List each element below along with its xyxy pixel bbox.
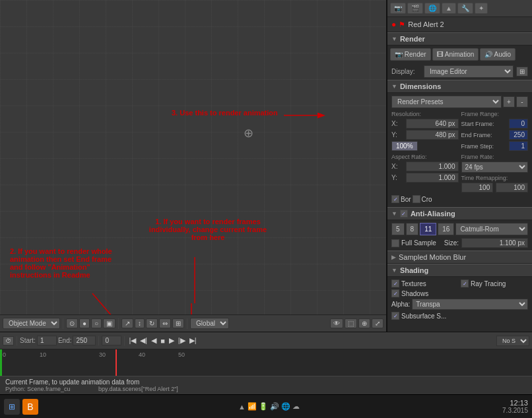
dimensions-section-header[interactable]: ▼ Dimensions — [387, 80, 532, 93]
framerate-select[interactable]: 24 fps — [461, 162, 529, 173]
scale-btn[interactable]: ⇔ — [159, 318, 171, 328]
viewport[interactable]: ⊕ 3. Use this to r — [0, 0, 387, 332]
time-remap-new[interactable]: 100 — [496, 183, 528, 193]
end-frame-value[interactable]: 250 — [509, 130, 529, 140]
clock-time: 12:13 — [510, 399, 528, 407]
mode-select[interactable]: Object Mode — [3, 318, 60, 329]
audio-button[interactable]: 🔊 Audio — [480, 48, 515, 61]
resolution-label: Resolution: — [391, 111, 459, 117]
size-value[interactable]: 1.100 px — [461, 238, 528, 248]
frame-step-label: Frame Step: — [461, 143, 508, 150]
resolution-col: Resolution: X: 640 px Y: 480 px 100% — [391, 111, 459, 152]
subsurface-checkbox[interactable]: ✓ — [391, 312, 399, 320]
view-btn[interactable]: 👁 — [330, 318, 343, 328]
aspect-y-value[interactable]: 1.000 — [406, 173, 459, 183]
aspect-x-value[interactable]: 1.000 — [406, 162, 459, 171]
shading-title: Shading — [400, 266, 428, 274]
scene-icon-btn[interactable]: 🎬 — [407, 3, 423, 14]
particles-icon-btn[interactable]: ✦ — [475, 3, 488, 14]
scene-marker: ⚑ — [399, 20, 405, 29]
aa-checkbox[interactable]: ✓ — [400, 210, 408, 218]
blender-taskbar-icon[interactable]: B — [22, 399, 38, 415]
system-tray: ▲ 📶 🔋 🔊 🌐 ☁ — [238, 402, 300, 411]
end-input[interactable]: 250 — [73, 336, 96, 345]
select-btn[interactable]: ↗ — [121, 318, 133, 328]
bor-cro-row: ✓ Bor Cro — [391, 195, 528, 203]
volume-icon[interactable]: 🔊 — [270, 402, 279, 411]
aa-5-btn[interactable]: 5 — [391, 223, 405, 235]
aa-16-btn[interactable]: 16 — [438, 223, 454, 235]
aa-section-header[interactable]: ▼ ✓ Anti-Aliasing — [387, 207, 532, 220]
res-y-label: Y: — [391, 131, 405, 138]
aa-11-btn[interactable]: 11 — [420, 223, 436, 235]
orientation-select[interactable]: Global — [190, 318, 229, 329]
aa-method-select[interactable]: Catmull-Rom — [455, 223, 528, 235]
wire-btn[interactable]: ○ — [91, 318, 102, 328]
battery-icon[interactable]: 🔋 — [259, 402, 268, 411]
presets-remove-btn[interactable]: - — [516, 96, 528, 107]
textures-label: Textures — [401, 280, 426, 287]
display-select[interactable]: Image Editor — [424, 65, 514, 78]
animation-button[interactable]: 🎞 Animation — [432, 48, 479, 61]
cloud-icon[interactable]: ☁ — [292, 402, 300, 411]
timeline-toolbar: ⏱ Start: 1 End: 250 0 |◀ ◀| ◀ ■ ▶ |▶ ▶| … — [0, 332, 532, 349]
frame-step-value[interactable]: 1 — [509, 141, 529, 151]
percent-100-btn[interactable]: 100% — [391, 141, 418, 151]
framerate-col: Frame Rate: 24 fps Time Remapping: 100 1… — [461, 154, 529, 194]
shadows-checkbox[interactable]: ✓ — [391, 289, 399, 297]
textures-checkbox[interactable]: ✓ — [391, 280, 399, 287]
render-button[interactable]: 📷 Render — [390, 48, 431, 61]
signal-icon[interactable]: 📶 — [248, 402, 257, 411]
sync-select[interactable]: No Sy — [496, 336, 529, 346]
alpha-select[interactable]: Transpa — [412, 299, 528, 310]
object-icon-btn[interactable]: ▲ — [442, 3, 456, 14]
view-circle-btn[interactable]: ⊙ — [66, 318, 78, 328]
solid-btn[interactable]: ● — [79, 318, 90, 328]
aa-8-btn[interactable]: 8 — [406, 223, 419, 235]
frame-num-40: 40 — [139, 351, 145, 358]
tooltip-text-1: Current Frame, to update animation data … — [5, 378, 527, 386]
frame-range-label: Frame Range: — [461, 111, 529, 117]
arrow-up-icon[interactable]: ▲ — [238, 403, 246, 411]
ray-tracing-label: Ray Tracing — [471, 280, 506, 287]
fullscreen-btn[interactable]: ⤢ — [372, 318, 383, 328]
res-y-value[interactable]: 480 px — [406, 130, 459, 140]
res-x-value[interactable]: 640 px — [406, 119, 459, 129]
current-frame-input[interactable]: 0 — [102, 336, 121, 345]
presets-add-btn[interactable]: + — [503, 96, 515, 107]
play-reverse-btn[interactable]: ◀ — [150, 336, 158, 345]
network-icon[interactable]: 🌐 — [281, 402, 290, 411]
render-section-header[interactable]: ▼ Render — [387, 32, 532, 45]
skip-end-btn[interactable]: ▶| — [188, 336, 198, 345]
camera-icon-btn[interactable]: 📷 — [390, 3, 406, 14]
full-sample-checkbox[interactable] — [391, 239, 399, 247]
bor-checkbox[interactable]: ✓ — [391, 195, 399, 203]
ray-tracing-checkbox[interactable]: ✓ — [461, 280, 469, 287]
start-input[interactable]: 1 — [37, 336, 57, 345]
world-icon-btn[interactable]: 🌐 — [424, 3, 440, 14]
timeline-area[interactable]: 0 10 30 40 50 Current Frame, to update a… — [0, 349, 532, 394]
start-frame-value[interactable]: 0 — [509, 119, 529, 129]
smb-header[interactable]: ▶ Sampled Motion Blur — [387, 251, 532, 264]
stop-btn[interactable]: ■ — [159, 337, 166, 345]
layer-btn[interactable]: ⬚ — [345, 318, 357, 328]
cro-checkbox[interactable] — [413, 195, 420, 203]
scene-name: Red Alert 2 — [408, 20, 444, 28]
prev-frame-btn[interactable]: ◀| — [139, 336, 149, 345]
render-presets-select[interactable]: Render Presets — [391, 96, 502, 108]
rotate-btn[interactable]: ↻ — [146, 318, 158, 328]
time-remap-old[interactable]: 100 — [461, 183, 494, 193]
app-container: ⊕ 3. Use this to r — [0, 0, 532, 418]
display-icon-btn[interactable]: ⊞ — [516, 67, 528, 76]
play-btn[interactable]: ▶ — [168, 336, 176, 345]
start-button[interactable]: ⊞ — [4, 399, 20, 415]
next-frame-btn[interactable]: |▶ — [177, 336, 187, 345]
texture-btn[interactable]: ▣ — [103, 318, 116, 328]
skip-start-btn[interactable]: |◀ — [127, 336, 137, 345]
modifier-icon-btn[interactable]: 🔧 — [457, 3, 473, 14]
lock-btn[interactable]: ⊕ — [358, 318, 370, 328]
timeline-type-btn[interactable]: ⏱ — [3, 336, 14, 345]
shading-section-header[interactable]: ▼ Shading — [387, 264, 532, 277]
transform-btn[interactable]: ⊞ — [172, 318, 184, 328]
translate-btn[interactable]: ↕ — [135, 318, 145, 328]
